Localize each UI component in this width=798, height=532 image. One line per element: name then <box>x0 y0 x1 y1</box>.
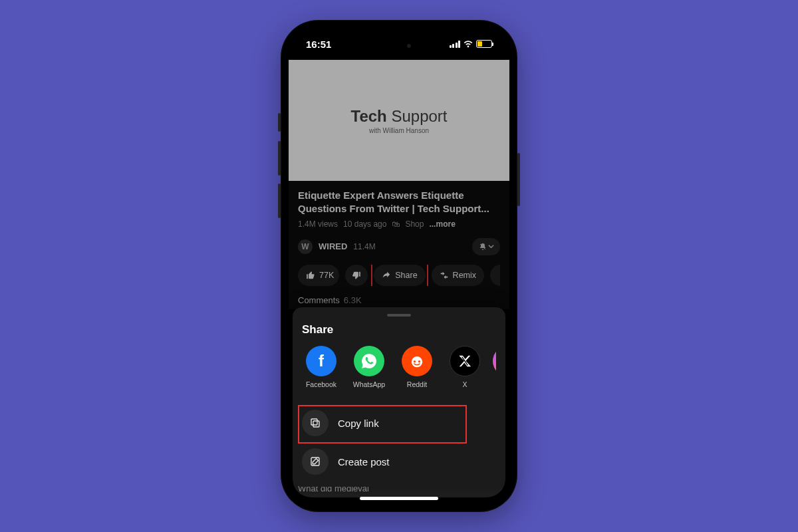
channel-row: W WIRED 11.4M <box>298 238 500 255</box>
download-icon <box>498 271 500 280</box>
share-label: Share <box>395 271 417 280</box>
subscriber-count: 11.4M <box>353 242 375 251</box>
home-indicator[interactable] <box>360 497 438 500</box>
video-title[interactable]: Etiquette Expert Answers Etiquette Quest… <box>298 189 500 216</box>
messenger-icon <box>493 346 496 376</box>
remix-icon <box>440 271 449 280</box>
share-app-x[interactable]: X <box>446 346 484 396</box>
channel-avatar[interactable]: W <box>298 239 313 254</box>
like-button[interactable]: 77K <box>298 265 339 286</box>
facebook-icon: f <box>306 346 336 376</box>
notification-button[interactable] <box>472 238 500 255</box>
share-app-whatsapp[interactable]: WhatsApp <box>350 346 388 396</box>
video-info: Etiquette Expert Answers Etiquette Quest… <box>289 181 509 309</box>
share-icon <box>382 271 391 280</box>
share-app-facebook[interactable]: f Facebook <box>302 346 340 396</box>
cellular-icon <box>450 41 461 48</box>
svg-rect-4 <box>313 421 319 427</box>
share-sheet: Share f Facebook WhatsApp Reddit X <box>293 307 505 487</box>
compose-icon <box>309 456 321 467</box>
svg-point-1 <box>412 356 422 367</box>
side-button <box>278 113 281 132</box>
thumbnail-title: Tech Support <box>351 107 448 126</box>
dynamic-island <box>366 37 432 55</box>
view-count: 1.4M views <box>298 219 338 229</box>
volume-up-button <box>278 141 281 176</box>
video-thumbnail[interactable]: Tech Support with William Hanson <box>289 60 509 181</box>
x-icon <box>450 346 480 376</box>
svg-point-2 <box>414 360 416 362</box>
create-post-button[interactable]: Create post <box>302 447 496 476</box>
share-sheet-title: Share <box>302 323 496 336</box>
create-post-label: Create post <box>338 456 390 467</box>
wifi-icon <box>463 40 473 48</box>
comments-count: 6.3K <box>344 295 362 305</box>
share-app-reddit[interactable]: Reddit <box>398 346 436 396</box>
share-app-messenger[interactable]: Faceb Mess <box>493 346 496 396</box>
volume-down-button <box>278 184 281 218</box>
more-button[interactable]: ...more <box>429 219 455 229</box>
drag-handle[interactable] <box>387 314 411 317</box>
svg-point-3 <box>418 360 420 362</box>
power-button <box>517 153 520 206</box>
chevron-down-icon <box>488 243 494 249</box>
video-meta: 1.4M views 10 days ago 🛍 Shop ...more <box>298 219 500 229</box>
copy-link-button[interactable]: Copy link <box>302 408 496 438</box>
comments-row[interactable]: Comments6.3K <box>298 295 500 305</box>
whatsapp-icon <box>354 346 384 376</box>
copy-link-label: Copy link <box>338 418 379 429</box>
thumbnail-subtitle: with William Hanson <box>369 127 429 134</box>
thumbs-up-icon <box>306 271 315 280</box>
channel-name[interactable]: WIRED <box>319 241 347 251</box>
download-button[interactable]: Do <box>490 265 500 286</box>
screen: 16:51 Tech Support with William Hanson E… <box>289 28 509 504</box>
svg-rect-5 <box>311 419 317 425</box>
share-button[interactable]: Share <box>374 265 425 286</box>
like-count: 77K <box>319 271 334 280</box>
remix-label: Remix <box>453 271 476 280</box>
dislike-button[interactable] <box>345 265 368 286</box>
upload-age: 10 days ago <box>343 219 386 229</box>
bell-icon <box>479 243 487 251</box>
share-actions: Copy link Create post <box>302 408 496 476</box>
reddit-icon <box>402 346 432 376</box>
comments-label: Comments <box>298 295 340 305</box>
copy-icon <box>309 417 321 429</box>
shop-label[interactable]: Shop <box>405 219 424 229</box>
action-chips: 77K Share Remix Do <box>298 265 500 286</box>
phone-frame: 16:51 Tech Support with William Hanson E… <box>281 20 517 512</box>
battery-icon <box>476 40 492 48</box>
share-apps-row[interactable]: f Facebook WhatsApp Reddit X Faceb <box>302 346 496 396</box>
remix-button[interactable]: Remix <box>432 265 484 286</box>
thumbs-down-icon <box>352 271 361 280</box>
shop-icon: 🛍 <box>392 219 400 229</box>
status-time: 16:51 <box>306 39 331 50</box>
